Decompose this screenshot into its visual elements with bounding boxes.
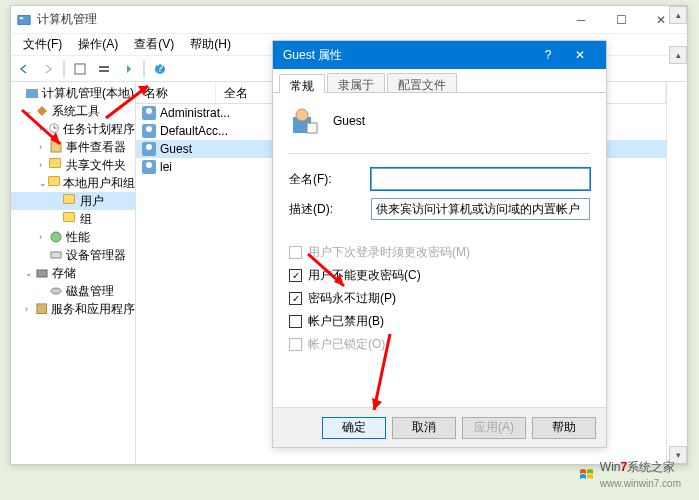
apply-button[interactable]: 应用(A) [462,417,526,439]
menu-help[interactable]: 帮助(H) [182,34,239,55]
checkbox-row-cannot-change[interactable]: 用户不能更改密码(C) [289,267,590,284]
dialog-titlebar: Guest 属性 ? ✕ [273,41,606,69]
actions-pane: ▴ ▴ ▾ [667,82,687,464]
username-label: Guest [333,114,365,128]
tree-shared[interactable]: ›共享文件夹 [11,156,135,174]
dialog-title: Guest 属性 [283,47,532,64]
svg-point-13 [51,288,61,294]
dialog-help-button[interactable]: ? [532,48,564,62]
svg-rect-17 [307,123,317,133]
back-button[interactable] [15,60,33,78]
svg-point-10 [51,232,61,242]
tree-diskmgr[interactable]: 磁盘管理 [11,282,135,300]
tab-profile[interactable]: 配置文件 [387,73,457,92]
toolbar-sep2 [143,61,145,77]
tree-root[interactable]: 计算机管理(本地) [11,84,135,102]
svg-rect-2 [75,64,85,74]
tab-general[interactable]: 常规 [279,74,325,93]
windows-logo-icon [578,466,596,484]
tab-memberof[interactable]: 隶属于 [327,73,385,92]
checkbox-row-must-change: 用户下次登录时须更改密码(M) [289,244,590,261]
tree-pane: 计算机管理(本地) ⌄系统工具 ›任务计划程序 ›事件查看器 ›共享文件夹 ⌄本… [11,82,136,464]
tree-users[interactable]: 用户 [11,192,135,210]
checkbox-must-change [289,246,302,259]
user-icon [142,124,156,138]
dialog-footer: 确定 取消 应用(A) 帮助 [273,407,606,447]
checkbox-cannot-change[interactable] [289,269,302,282]
tree-localusers[interactable]: ⌄本地用户和组 [11,174,135,192]
svg-rect-1 [20,17,24,19]
svg-rect-14 [36,304,46,314]
menu-file[interactable]: 文件(F) [15,34,70,55]
description-label: 描述(D): [289,201,371,218]
checkbox-row-disabled[interactable]: 帐户已禁用(B) [289,313,590,330]
titlebar: 计算机管理 ─ ☐ ✕ [11,6,687,34]
scroll-up-icon[interactable]: ▴ [669,6,687,24]
toolbar-btn-1[interactable] [71,60,89,78]
col-name[interactable]: 名称 [136,82,216,103]
tree-perf[interactable]: ›性能 [11,228,135,246]
help-button[interactable]: ? [151,60,169,78]
checkbox-account-disabled[interactable] [289,315,302,328]
menu-action[interactable]: 操作(A) [70,34,126,55]
svg-rect-9 [51,142,61,152]
divider [289,153,590,154]
toolbar-btn-2[interactable] [95,60,113,78]
tree-devmgr[interactable]: 设备管理器 [11,246,135,264]
ok-button[interactable]: 确定 [322,417,386,439]
checkbox-never-expire[interactable] [289,292,302,305]
forward-button[interactable] [39,60,57,78]
svg-rect-12 [37,270,47,277]
properties-dialog: Guest 属性 ? ✕ 常规 隶属于 配置文件 Guest 全名(F): 描述… [272,40,607,448]
checkbox-row-never-expire[interactable]: 密码永不过期(P) [289,290,590,307]
svg-rect-0 [18,15,30,24]
description-input[interactable] [371,198,590,220]
tree-event[interactable]: ›事件查看器 [11,138,135,156]
user-large-icon [289,105,321,137]
user-icon [142,160,156,174]
cancel-button[interactable]: 取消 [392,417,456,439]
tree-systools[interactable]: ⌄系统工具 [11,102,135,120]
tree-storage[interactable]: ⌄存储 [11,264,135,282]
minimize-button[interactable]: ─ [561,7,601,33]
checkbox-locked [289,338,302,351]
svg-rect-3 [99,66,109,68]
help-button[interactable]: 帮助 [532,417,596,439]
svg-text:?: ? [157,63,164,75]
toolbar-sep [63,61,65,77]
tree-groups[interactable]: 组 [11,210,135,228]
scroll-up-icon[interactable]: ▴ [669,46,687,64]
menu-view[interactable]: 查看(V) [126,34,182,55]
tree-services[interactable]: ›服务和应用程序 [11,300,135,318]
tree-task[interactable]: ›任务计划程序 [11,120,135,138]
fullname-label: 全名(F): [289,171,371,188]
svg-rect-7 [26,89,38,98]
dialog-body: Guest 全名(F): 描述(D): 用户下次登录时须更改密码(M) 用户不能… [273,93,606,371]
user-icon [142,106,156,120]
user-icon [142,142,156,156]
dialog-tabs: 常规 隶属于 配置文件 [273,69,606,93]
watermark: Win7系统之家 www.winwin7.com [578,459,681,490]
maximize-button[interactable]: ☐ [601,7,641,33]
svg-point-16 [296,109,308,121]
checkbox-row-locked: 帐户已锁定(O) [289,336,590,353]
toolbar-btn-3[interactable] [119,60,137,78]
fullname-input[interactable] [371,168,590,190]
svg-rect-11 [51,252,61,258]
dialog-close-button[interactable]: ✕ [564,48,596,62]
app-icon [17,13,31,27]
svg-rect-4 [99,70,109,72]
window-title: 计算机管理 [37,11,561,28]
